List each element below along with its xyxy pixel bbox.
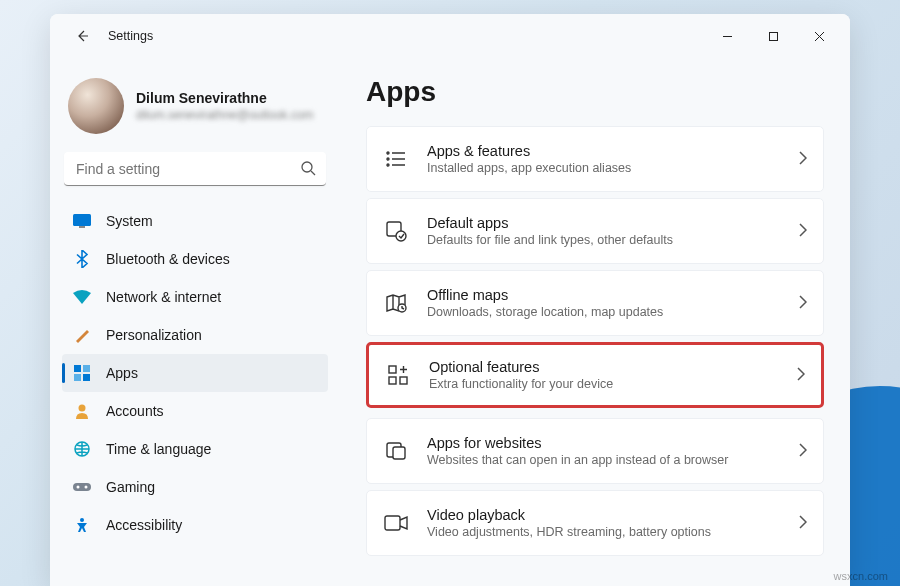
search-icon (300, 160, 316, 179)
sidebar-item-system[interactable]: System (62, 202, 328, 240)
person-icon (72, 401, 92, 421)
card-desc: Installed apps, app execution aliases (427, 161, 781, 175)
svg-rect-3 (79, 226, 85, 228)
svg-rect-10 (73, 483, 91, 491)
card-title: Optional features (429, 359, 779, 375)
sidebar-item-label: System (106, 213, 153, 229)
svg-point-14 (387, 152, 389, 154)
user-name: Dilum Senevirathne (136, 90, 314, 106)
card-title: Offline maps (427, 287, 781, 303)
display-icon (72, 211, 92, 231)
svg-point-1 (302, 162, 312, 172)
svg-point-16 (387, 164, 389, 166)
sidebar-item-accessibility[interactable]: Accessibility (62, 506, 328, 544)
card-title: Video playback (427, 507, 781, 523)
svg-point-18 (396, 231, 406, 241)
accessibility-icon (72, 515, 92, 535)
window-title: Settings (108, 29, 153, 43)
video-icon (383, 510, 409, 536)
card-offline-maps[interactable]: Offline maps Downloads, storage location… (366, 270, 824, 336)
card-title: Apps for websites (427, 435, 781, 451)
sidebar-item-time[interactable]: Time & language (62, 430, 328, 468)
sidebar-item-personalization[interactable]: Personalization (62, 316, 328, 354)
maximize-icon (768, 31, 779, 42)
settings-window: Settings Dilum Senevirathne dilum.senevi… (50, 14, 850, 586)
link-app-icon (383, 438, 409, 464)
titlebar: Settings (50, 14, 850, 58)
default-apps-icon (383, 218, 409, 244)
grid-plus-icon (385, 362, 411, 388)
user-profile[interactable]: Dilum Senevirathne dilum.senevirathne@ou… (62, 72, 328, 152)
avatar (68, 78, 124, 134)
sidebar-item-label: Time & language (106, 441, 211, 457)
card-default-apps[interactable]: Default apps Defaults for file and link … (366, 198, 824, 264)
card-apps-features[interactable]: Apps & features Installed apps, app exec… (366, 126, 824, 192)
sidebar: Dilum Senevirathne dilum.senevirathne@ou… (50, 58, 340, 586)
user-email: dilum.senevirathne@outlook.com (136, 108, 314, 122)
search-input[interactable] (64, 152, 326, 186)
map-icon (383, 290, 409, 316)
sidebar-item-label: Network & internet (106, 289, 221, 305)
svg-rect-0 (769, 32, 777, 40)
arrow-left-icon (74, 28, 90, 44)
svg-rect-4 (74, 365, 81, 372)
list-icon (383, 146, 409, 172)
svg-point-11 (77, 486, 80, 489)
sidebar-item-label: Bluetooth & devices (106, 251, 230, 267)
minimize-button[interactable] (704, 20, 750, 52)
search-container (64, 152, 326, 186)
card-desc: Downloads, storage location, map updates (427, 305, 781, 319)
svg-rect-20 (389, 366, 396, 373)
chevron-right-icon (799, 223, 807, 240)
sidebar-item-label: Gaming (106, 479, 155, 495)
sidebar-item-bluetooth[interactable]: Bluetooth & devices (62, 240, 328, 278)
svg-rect-25 (385, 516, 400, 530)
svg-point-13 (80, 518, 84, 522)
svg-rect-6 (74, 374, 81, 381)
sidebar-item-network[interactable]: Network & internet (62, 278, 328, 316)
chevron-right-icon (799, 295, 807, 312)
sidebar-item-accounts[interactable]: Accounts (62, 392, 328, 430)
sidebar-item-label: Personalization (106, 327, 202, 343)
main-content: Apps Apps & features Installed apps, app… (340, 58, 850, 586)
svg-rect-7 (83, 374, 90, 381)
gaming-icon (72, 477, 92, 497)
svg-rect-2 (73, 214, 91, 226)
nav-list: System Bluetooth & devices Network & int… (62, 202, 328, 544)
globe-clock-icon (72, 439, 92, 459)
wifi-icon (72, 287, 92, 307)
svg-point-15 (387, 158, 389, 160)
card-desc: Extra functionality for your device (429, 377, 779, 391)
svg-rect-5 (83, 365, 90, 372)
chevron-right-icon (797, 367, 805, 384)
maximize-button[interactable] (750, 20, 796, 52)
card-desc: Defaults for file and link types, other … (427, 233, 781, 247)
svg-point-8 (79, 405, 86, 412)
chevron-right-icon (799, 443, 807, 460)
sidebar-item-label: Accounts (106, 403, 164, 419)
minimize-icon (722, 31, 733, 42)
brush-icon (72, 325, 92, 345)
apps-icon (72, 363, 92, 383)
close-button[interactable] (796, 20, 842, 52)
card-desc: Websites that can open in an app instead… (427, 453, 781, 467)
svg-rect-24 (393, 447, 405, 459)
sidebar-item-label: Accessibility (106, 517, 182, 533)
card-video-playback[interactable]: Video playback Video adjustments, HDR st… (366, 490, 824, 556)
sidebar-item-gaming[interactable]: Gaming (62, 468, 328, 506)
svg-point-12 (85, 486, 88, 489)
card-title: Default apps (427, 215, 781, 231)
card-optional-features[interactable]: Optional features Extra functionality fo… (366, 342, 824, 408)
chevron-right-icon (799, 515, 807, 532)
sidebar-item-apps[interactable]: Apps (62, 354, 328, 392)
watermark: wsxcn.com (834, 570, 888, 582)
svg-rect-21 (389, 377, 396, 384)
back-button[interactable] (68, 22, 96, 50)
card-title: Apps & features (427, 143, 781, 159)
card-apps-for-websites[interactable]: Apps for websites Websites that can open… (366, 418, 824, 484)
bluetooth-icon (72, 249, 92, 269)
page-title: Apps (366, 76, 824, 108)
sidebar-item-label: Apps (106, 365, 138, 381)
svg-rect-22 (400, 377, 407, 384)
close-icon (814, 31, 825, 42)
